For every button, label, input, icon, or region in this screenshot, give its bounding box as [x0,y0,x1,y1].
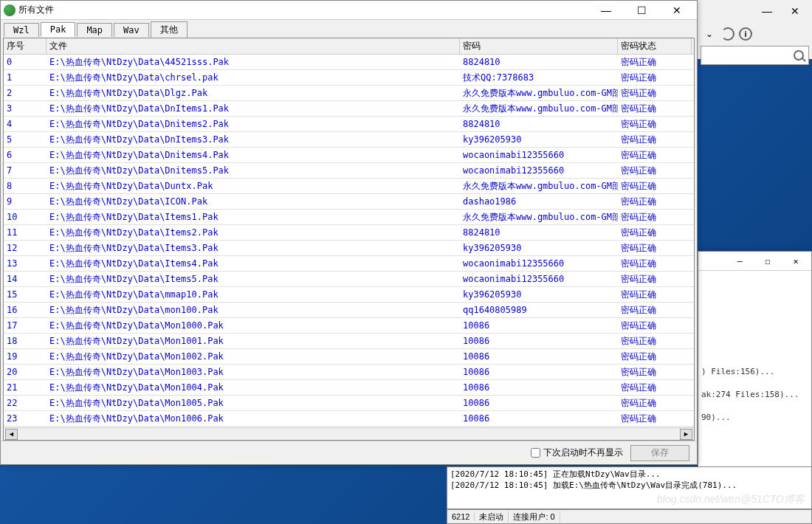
save-button[interactable]: 保存 [630,445,689,461]
table-row[interactable]: 2E:\热血传奇\NtDzy\Data\Dlgz.Pak永久免费版本www.gm… [4,86,694,101]
table-row[interactable]: 0E:\热血传奇\NtDzy\Data\44521sss.Pak8824810密… [4,55,694,70]
table-row[interactable]: 3E:\热血传奇\NtDzy\Data\DnItems1.Pak永久免费版本ww… [4,101,694,117]
dont-show-checkbox[interactable]: 下次启动时不再显示 [531,447,623,459]
table-row[interactable]: 17E:\热血传奇\NtDzy\Data\Mon1000.Pak10086密码正… [4,318,694,334]
cell-password: 永久免费版本www.gmbuluo.com-GM部落- [460,211,618,224]
table-row[interactable]: 10E:\热血传奇\NtDzy\Data\Items1.Pak永久免费版本www… [4,210,694,225]
cell-index: 11 [4,227,47,238]
tab-wzl[interactable]: Wzl [4,23,39,37]
cell-password: 10086 [460,320,618,331]
sec-maximize-button[interactable]: ☐ [757,256,779,266]
col-index[interactable]: 序号 [4,38,47,54]
table-row[interactable]: 9E:\热血传奇\NtDzy\Data\ICON.Pakdashao1986密码… [4,194,694,210]
table-row[interactable]: 20E:\热血传奇\NtDzy\Data\Mon1003.Pak10086密码正… [4,365,694,380]
window-title: 所有文件 [18,4,595,16]
table-row[interactable]: 11E:\热血传奇\NtDzy\Data\Items2.Pak8824810密码… [4,225,694,241]
cell-status: 密码正确 [618,56,692,69]
dropdown-icon[interactable]: ⌄ [702,29,717,39]
cell-password: ky396205930 [460,243,618,253]
cell-file: E:\热血传奇\NtDzy\Data\DnItems3.Pak [47,134,460,146]
table-row[interactable]: 7E:\热血传奇\NtDzy\Data\Dnitems5.Pakwocaonim… [4,163,694,179]
tab-wav[interactable]: Wav [114,23,149,37]
cell-status: 密码正确 [618,335,692,348]
table-row[interactable]: 5E:\热血传奇\NtDzy\Data\DnItems3.Pakky396205… [4,132,694,148]
cell-status: 密码正确 [618,273,692,286]
maximize-button[interactable]: ☐ [630,4,653,16]
cell-file: E:\热血传奇\NtDzy\Data\Items5.Pak [47,273,460,286]
cell-password: ky396205930 [460,289,618,300]
cell-status: 密码正确 [618,366,692,379]
cell-status: 密码正确 [618,149,692,162]
cell-index: 2 [4,88,47,98]
cell-password: wocaonimabi12355660 [460,258,618,269]
cell-index: 23 [4,413,47,424]
cell-password: 8824810 [460,57,618,67]
cell-status: 密码正确 [618,165,692,177]
tab-other[interactable]: 其他 [151,21,187,38]
bg-minimize-button[interactable]: — [756,5,778,17]
cell-password: dashao1986 [460,196,618,207]
scroll-left-icon[interactable]: ◄ [5,429,18,440]
col-password[interactable]: 密码 [460,38,618,54]
info-icon[interactable]: i [739,27,752,41]
cell-password: 技术QQ:7378683 [460,72,618,84]
table-row[interactable]: 19E:\热血传奇\NtDzy\Data\Mon1002.Pak10086密码正… [4,349,694,365]
table-row[interactable]: 18E:\热血传奇\NtDzy\Data\Mon1001.Pak10086密码正… [4,334,694,349]
cell-password: 10086 [460,336,618,346]
status-bar: 6212 未启动 连接用户: 0 [447,509,812,524]
cell-file: E:\热血传奇\NtDzy\Data\Items3.Pak [47,242,460,255]
table-row[interactable]: 22E:\热血传奇\NtDzy\Data\Mon1005.Pak10086密码正… [4,396,694,411]
tab-pak[interactable]: Pak [41,22,76,37]
cell-index: 8 [4,181,47,191]
scroll-right-icon[interactable]: ► [680,429,692,440]
horizontal-scrollbar[interactable]: ◄ ► [4,427,694,440]
cell-file: E:\热血传奇\NtDzy\Data\Mon1003.Pak [47,366,460,379]
cell-file: E:\热血传奇\NtDzy\Data\Mon1001.Pak [47,335,460,348]
file-table: 序号 文件 密码 密码状态 0E:\热血传奇\NtDzy\Data\44521s… [3,38,695,441]
cell-index: 6 [4,150,47,160]
table-row[interactable]: 12E:\热血传奇\NtDzy\Data\Items3.Pakky3962059… [4,241,694,256]
table-header: 序号 文件 密码 密码状态 [4,38,694,55]
close-button[interactable]: ✕ [666,4,688,16]
cell-status: 密码正确 [618,382,692,394]
table-row[interactable]: 13E:\热血传奇\NtDzy\Data\Items4.Pakwocaonima… [4,256,694,272]
tab-bar: Wzl Pak Map Wav 其他 [1,20,697,38]
table-row[interactable]: 15E:\热血传奇\NtDzy\Data\mmap10.Pakky3962059… [4,287,694,303]
search-input[interactable] [701,46,809,65]
cell-file: E:\热血传奇\NtDzy\Data\DnItems1.Pak [47,103,460,115]
cell-file: E:\热血传奇\NtDzy\Data\Items2.Pak [47,227,460,239]
sec-minimize-button[interactable]: — [729,256,751,266]
cell-index: 18 [4,336,47,346]
table-row[interactable]: 23E:\热血传奇\NtDzy\Data\Mon1006.Pak10086密码正… [4,411,694,427]
bg-close-button[interactable]: ✕ [784,5,806,17]
sec-log-line: ) Files:156)... [701,367,811,376]
cell-password: 8824810 [460,227,618,238]
table-row[interactable]: 14E:\热血传奇\NtDzy\Data\Items5.Pakwocaonima… [4,272,694,287]
refresh-icon[interactable] [721,27,734,41]
checkbox-input[interactable] [531,448,540,458]
log-panel: [2020/7/12 18:10:45] 正在加载NtDzy\Wav目录... … [447,466,812,509]
cell-index: 17 [4,320,47,331]
cell-status: 密码正确 [618,351,692,363]
titlebar[interactable]: 所有文件 — ☐ ✕ [1,1,697,20]
cell-password: 8824810 [460,119,618,129]
tab-map[interactable]: Map [77,23,112,37]
table-row[interactable]: 1E:\热血传奇\NtDzy\Data\chrsel.pak技术QQ:73786… [4,70,694,86]
table-body[interactable]: 0E:\热血传奇\NtDzy\Data\44521sss.Pak8824810密… [4,55,694,427]
col-status[interactable]: 密码状态 [618,38,692,54]
minimize-button[interactable]: — [595,4,617,16]
table-row[interactable]: 16E:\热血传奇\NtDzy\Data\mon100.Pakqq1640805… [4,303,694,318]
table-row[interactable]: 21E:\热血传奇\NtDzy\Data\Mon1004.Pak10086密码正… [4,380,694,396]
sec-close-button[interactable]: ✕ [785,256,807,266]
table-row[interactable]: 4E:\热血传奇\NtDzy\Data\Dnitems2.Pak8824810密… [4,117,694,132]
cell-password: wocaonimabi12355660 [460,150,618,160]
app-icon [4,4,16,16]
cell-status: 密码正确 [618,289,692,301]
table-row[interactable]: 8E:\热血传奇\NtDzy\Data\Duntx.Pak永久免费版本www.g… [4,179,694,194]
cell-index: 19 [4,351,47,362]
log-line: [2020/7/12 18:10:45] 正在加载NtDzy\Wav目录... [450,469,808,480]
col-file[interactable]: 文件 [47,38,460,54]
window-footer: 下次启动时不再显示 保存 [1,441,697,464]
cell-file: E:\热血传奇\NtDzy\Data\Duntx.Pak [47,180,460,193]
table-row[interactable]: 6E:\热血传奇\NtDzy\Data\Dnitems4.Pakwocaonim… [4,148,694,163]
